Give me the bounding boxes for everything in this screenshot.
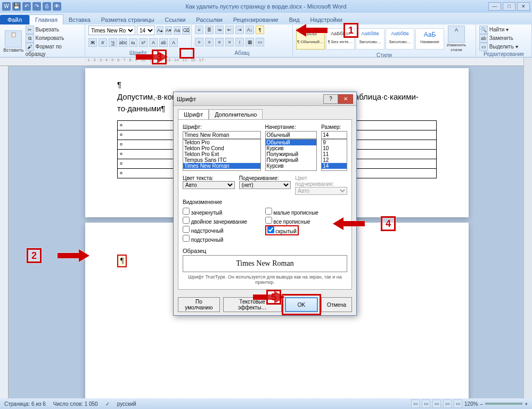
- word-count[interactable]: Число слов: 1 050: [53, 401, 98, 407]
- dstrike-checkbox[interactable]: двойное зачеркивание: [183, 216, 265, 225]
- select-button[interactable]: ▭ Выделить ▾: [479, 43, 528, 51]
- file-tab[interactable]: Файл: [0, 15, 29, 24]
- dialog-body: Шрифт: Tekton ProTekton Pro CondTekton P…: [178, 119, 352, 290]
- view-web-icon[interactable]: ▭: [432, 399, 441, 408]
- sub-checkbox[interactable]: подстрочный: [183, 234, 265, 243]
- status-bar: Страница: 6 из 6 Число слов: 1 050 ✓ рус…: [0, 398, 532, 409]
- bullets-icon[interactable]: ≡: [195, 26, 203, 34]
- font-size-select[interactable]: 14: [137, 26, 155, 35]
- language-status[interactable]: русский: [117, 401, 136, 407]
- multilevel-icon[interactable]: ≔: [215, 26, 224, 34]
- underline-select[interactable]: (нет): [239, 181, 291, 189]
- zoom-slider[interactable]: [485, 403, 522, 405]
- italic-icon[interactable]: К: [99, 38, 107, 47]
- align-center-icon[interactable]: ≡: [205, 38, 214, 46]
- smallcaps-checkbox[interactable]: малые прописные: [265, 207, 348, 216]
- highlight-icon[interactable]: ab: [159, 38, 168, 47]
- style-title[interactable]: АаБНазвание: [415, 28, 444, 50]
- replace-button[interactable]: ab Заменить: [479, 34, 528, 43]
- dialog-close-button[interactable]: ✕: [338, 94, 353, 104]
- font-color-icon[interactable]: A: [169, 38, 178, 47]
- font-tab[interactable]: Шрифт: [178, 109, 209, 119]
- shading-icon[interactable]: ▦: [245, 38, 254, 46]
- review-tab[interactable]: Рецензирование: [228, 15, 284, 24]
- ok-button[interactable]: OK: [285, 297, 318, 312]
- view-draft-icon[interactable]: ▭: [454, 399, 462, 408]
- font-list[interactable]: Tekton ProTekton Pro CondTekton Pro ExtT…: [183, 139, 261, 171]
- minimize-button[interactable]: —: [488, 2, 501, 11]
- insert-tab[interactable]: Вставка: [63, 15, 96, 24]
- borders-icon[interactable]: ▭: [256, 38, 264, 46]
- layout-tab[interactable]: Разметка страницы: [96, 15, 160, 24]
- view-outline-icon[interactable]: ▭: [443, 399, 452, 408]
- subscript-icon[interactable]: x₂: [129, 38, 137, 47]
- strikethrough-icon[interactable]: abc: [119, 38, 127, 47]
- paste-icon[interactable]: 📋: [5, 30, 22, 47]
- increase-indent-icon[interactable]: ⇥: [235, 26, 244, 34]
- preview-icon[interactable]: 👁: [53, 2, 61, 11]
- cancel-button[interactable]: Отмена: [321, 297, 352, 312]
- show-hide-pilcrow-icon[interactable]: ¶: [256, 26, 264, 34]
- style-list[interactable]: ОбычныйКурсивПолужирныйПолужирный Курсив: [265, 139, 317, 171]
- view-read-icon[interactable]: ▭: [422, 399, 430, 408]
- decrease-indent-icon[interactable]: ⇤: [225, 26, 234, 34]
- sample-box: Times New Roman: [183, 255, 347, 272]
- bold-icon[interactable]: Ж: [88, 38, 97, 47]
- numbering-icon[interactable]: ≣: [205, 26, 214, 34]
- advanced-tab[interactable]: Дополнительно: [209, 109, 263, 119]
- style-heading1[interactable]: АаБбВвЗаголово…: [356, 28, 384, 50]
- dialog-help-button[interactable]: ?: [323, 94, 338, 104]
- change-styles-button[interactable]: AИзменить стили: [445, 26, 468, 52]
- sort-icon[interactable]: A↓: [245, 26, 254, 34]
- spell-check-icon[interactable]: ✓: [105, 401, 110, 407]
- home-tab[interactable]: Главная: [29, 14, 63, 24]
- mailings-tab[interactable]: Рассылки: [191, 15, 227, 24]
- redo-icon[interactable]: ↷: [32, 2, 41, 11]
- print-icon[interactable]: ⎙: [43, 2, 51, 11]
- strike-checkbox[interactable]: зачеркнутый: [183, 207, 265, 216]
- references-tab[interactable]: Ссылки: [160, 15, 191, 24]
- ucolor-select: Авто: [295, 187, 347, 195]
- color-select[interactable]: Авто: [183, 181, 235, 189]
- vertical-ruler[interactable]: [0, 66, 9, 398]
- style-input[interactable]: [265, 131, 317, 139]
- text-effects-icon[interactable]: A: [149, 38, 158, 47]
- clear-formatting-icon[interactable]: ⌫: [182, 26, 190, 35]
- maximize-button[interactable]: □: [503, 2, 515, 11]
- size-input[interactable]: [321, 131, 347, 139]
- find-button[interactable]: 🔍 Найти ▾: [479, 26, 528, 34]
- zoom-level[interactable]: 120%: [464, 401, 478, 407]
- change-case-icon[interactable]: Aa: [174, 26, 181, 35]
- size-list[interactable]: 910111214: [321, 139, 347, 171]
- format-painter-button[interactable]: 🖌 Формат по образцу: [26, 43, 81, 57]
- zoom-out-button[interactable]: –: [480, 401, 484, 407]
- sample-label: Образец: [183, 248, 347, 254]
- horizontal-ruler[interactable]: · 1 · 2 · 3 · 4 · 5 · 6 · 7 · 8 · 9 · 10…: [0, 58, 532, 66]
- selected-pilcrow[interactable]: ¶: [117, 255, 127, 267]
- dialog-titlebar[interactable]: Шрифт ? ✕: [174, 92, 356, 106]
- font-name-select[interactable]: Times New Ro: [88, 26, 135, 35]
- undo-icon[interactable]: ↶: [22, 2, 31, 11]
- vertical-scrollbar[interactable]: [523, 58, 532, 398]
- copy-button[interactable]: ⧉ Копировать: [26, 34, 81, 43]
- grow-font-icon[interactable]: A▴: [157, 26, 163, 35]
- align-right-icon[interactable]: ≡: [215, 38, 224, 46]
- shrink-font-icon[interactable]: A▾: [165, 26, 172, 35]
- justify-icon[interactable]: ≡: [225, 38, 234, 46]
- view-print-icon[interactable]: ▭: [411, 399, 420, 408]
- super-checkbox[interactable]: надстрочный: [183, 225, 265, 234]
- line-spacing-icon[interactable]: ↕: [235, 38, 244, 46]
- font-input[interactable]: [183, 131, 261, 139]
- hidden-checkbox[interactable]: скрытый: [265, 225, 299, 235]
- page-status[interactable]: Страница: 6 из 6: [4, 401, 46, 407]
- default-button[interactable]: По умолчанию: [178, 297, 220, 312]
- align-left-icon[interactable]: ≡: [195, 38, 203, 46]
- underline-icon[interactable]: Ч: [109, 38, 117, 47]
- ucolor-label: Цвет подчеркивания:: [295, 175, 347, 187]
- zoom-in-button[interactable]: +: [525, 401, 528, 407]
- cut-button[interactable]: ✂ Вырезать: [26, 26, 81, 34]
- style-heading2[interactable]: АаБбВвЗаголово…: [386, 28, 414, 50]
- superscript-icon[interactable]: x²: [139, 38, 148, 47]
- save-icon[interactable]: 💾: [12, 2, 21, 11]
- close-button[interactable]: ✕: [517, 2, 530, 11]
